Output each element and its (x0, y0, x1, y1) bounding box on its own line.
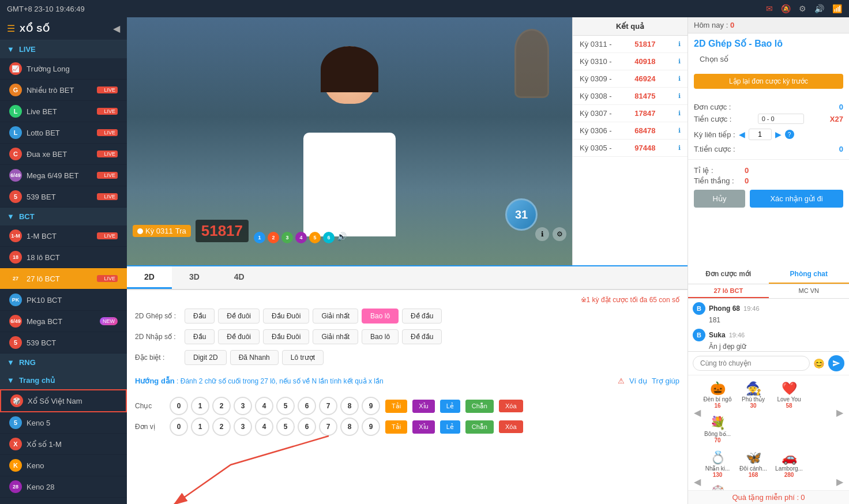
bao-lo-btn-1[interactable]: Bao lô (362, 309, 399, 324)
sidebar-section-trang-chu[interactable]: ▼ Trang chủ (0, 371, 127, 389)
sidebar-item-keno28[interactable]: 28 Keno 28 (0, 476, 127, 498)
gift-item-4[interactable]: 💍 Nhẫn ki... 130 (701, 448, 734, 480)
num-chuc-0[interactable]: 0 (170, 397, 188, 415)
de-dau-btn-2[interactable]: Đề đầu (402, 329, 442, 344)
sidebar-collapse-btn[interactable]: ◀ (113, 23, 120, 34)
settings-video-icon[interactable]: ⚙ (553, 227, 566, 241)
giai-nhat-btn-2[interactable]: Giải nhất (313, 329, 358, 344)
num-chuc-5[interactable]: 5 (276, 397, 295, 415)
gift-item-7[interactable]: 🎡 Đu quay 700 (701, 483, 734, 490)
tab-2d[interactable]: 2D (127, 266, 172, 289)
da-nhanh-btn[interactable]: Đã Nhanh (230, 350, 279, 365)
num-chuc-2[interactable]: 2 (212, 397, 231, 415)
sidebar-item-lotto-bet[interactable]: L Lotto BET LIVE (0, 122, 127, 144)
num-dv-4[interactable]: 4 (255, 418, 273, 436)
volume-control-icon[interactable]: 🔊 (337, 232, 347, 243)
gift-item-1[interactable]: 🧙 Phù thủy 30 (737, 379, 770, 411)
result-info-icon-4[interactable]: ℹ (678, 92, 681, 100)
vi-du-link[interactable]: Ví dụ (629, 377, 647, 385)
emoji-btn[interactable]: 😊 (813, 358, 825, 369)
sidebar-item-pk10-bct[interactable]: PK PK10 BCT (0, 289, 127, 311)
sidebar-section-bct[interactable]: ▼ BCT (0, 208, 127, 225)
ky-lien-tiep-input[interactable] (749, 129, 772, 140)
num-chuc-3[interactable]: 3 (234, 397, 252, 415)
sidebar-item-539-bct[interactable]: 5 539 BCT (0, 332, 127, 353)
digit-2d-btn[interactable]: Digit 2D (185, 350, 227, 365)
giai-nhat-btn-1[interactable]: Giải nhất (313, 309, 358, 324)
no-sound-icon[interactable]: 🔕 (781, 4, 791, 13)
de-duoi-btn-2[interactable]: Đề đuôi (218, 329, 260, 344)
dau-duoi-btn-1[interactable]: Đầu Đuôi (263, 309, 309, 324)
num-chuc-6[interactable]: 6 (298, 397, 316, 415)
ky-arrow-right[interactable]: ▶ (775, 130, 782, 139)
sidebar-item-dua-xe-bet[interactable]: C Đua xe BET LIVE (0, 144, 127, 165)
sidebar-item-xo-so-1m[interactable]: X Xổ số 1-M (0, 434, 127, 455)
de-dau-btn-1[interactable]: Đề đầu (402, 309, 442, 324)
num-dv-0[interactable]: 0 (170, 418, 188, 436)
xac-nhan-button[interactable]: Xác nhận gửi đi (750, 190, 843, 208)
wifi-icon[interactable]: 📶 (832, 4, 842, 13)
sidebar-item-1m-bct[interactable]: 1-M 1-M BCT LIVE (0, 225, 127, 247)
bao-lo-btn-2[interactable]: Bao lô (362, 329, 399, 344)
caution-icon[interactable]: ⚠ (618, 377, 625, 385)
tro-giup-link[interactable]: Trợ giúp (652, 377, 679, 385)
sidebar-item-nhieu-tro-bet[interactable]: G Nhiều trò BET LIVE (0, 80, 127, 101)
xiu-btn-dv[interactable]: Xỉu (412, 420, 434, 434)
num-dv-8[interactable]: 8 (340, 418, 359, 436)
num-dv-3[interactable]: 3 (234, 418, 252, 436)
tai-btn-dv[interactable]: Tải (385, 420, 407, 434)
result-info-icon-3[interactable]: ℹ (678, 75, 681, 82)
num-chuc-8[interactable]: 8 (340, 397, 359, 415)
sidebar-item-mega-649-bet[interactable]: 6/49 Mega 6/49 BET LIVE (0, 165, 127, 186)
sidebar-section-live[interactable]: ▼ LIVE (0, 40, 127, 58)
sidebar-item-keno[interactable]: K Keno (0, 455, 127, 476)
chan-btn-chuc[interactable]: Chẵn (465, 400, 494, 413)
gifts-nav-left[interactable]: ◀ (694, 407, 701, 418)
xoa-btn-dv[interactable]: Xóa (499, 420, 523, 433)
num-dv-9[interactable]: 9 (362, 418, 380, 436)
xiu-btn-chuc[interactable]: Xỉu (412, 400, 434, 413)
tien-cuoc-input[interactable] (758, 114, 804, 124)
num-chuc-9[interactable]: 9 (362, 397, 380, 415)
num-chuc-4[interactable]: 4 (255, 397, 273, 415)
sidebar-item-mega-bct[interactable]: 6/49 Mega BCT NEW (0, 311, 127, 332)
help-icon[interactable]: ? (785, 130, 794, 139)
gifts-nav-right[interactable]: ▶ (836, 407, 843, 418)
gift-item-0[interactable]: 🎃 Đèn bí ngô 16 (701, 379, 734, 411)
num-dv-7[interactable]: 7 (319, 418, 337, 436)
dau-btn-1[interactable]: Đầu (185, 309, 215, 324)
result-info-icon-7[interactable]: ℹ (678, 144, 681, 152)
huy-button[interactable]: Hủy (694, 190, 745, 208)
sidebar-item-xo-so-viet-nam[interactable]: 🎲 Xổ Số Việt Nam (0, 389, 127, 412)
tab-don-cuoc-moi[interactable]: Đơn cược mới (688, 265, 769, 284)
tab-4d[interactable]: 4D (217, 266, 262, 289)
gift-item-2[interactable]: ❤️ Love You 58 (772, 379, 806, 411)
chan-btn-dv[interactable]: Chẵn (465, 420, 494, 434)
num-chuc-1[interactable]: 1 (191, 397, 209, 415)
chat-input[interactable] (693, 356, 810, 371)
gift-item-6[interactable]: 🚗 Lamborg... 280 (772, 448, 806, 480)
num-chuc-7[interactable]: 7 (319, 397, 337, 415)
sidebar-item-keno5[interactable]: 5 Keno 5 (0, 412, 127, 434)
ky-arrow-left[interactable]: ◀ (739, 130, 745, 139)
sidebar-item-live-bet[interactable]: L Live BET LIVE (0, 101, 127, 122)
sidebar-item-18lo-bct[interactable]: 18 18 lô BCT (0, 247, 127, 268)
sidebar-item-27lo-bct[interactable]: 27 27 lô BCT LIVE (0, 268, 127, 289)
sidebar-section-rng[interactable]: ▼ RNG (0, 353, 127, 371)
gift-item-3[interactable]: 💐 Bông bố... 70 (701, 413, 734, 446)
sub-tab-27lo-bct[interactable]: 27 lô BCT (688, 284, 769, 298)
num-dv-6[interactable]: 6 (298, 418, 316, 436)
de-duoi-btn-1[interactable]: Đề đuôi (218, 309, 260, 324)
le-btn-chuc[interactable]: Lẻ (440, 400, 460, 413)
sidebar-item-539-bet[interactable]: 5 539 BET LIVE (0, 186, 127, 208)
gifts-nav-right-2[interactable]: ▶ (836, 476, 843, 487)
xoa-btn-chuc[interactable]: Xóa (499, 400, 523, 412)
info-icon[interactable]: ℹ (535, 227, 549, 241)
sub-tab-mc-vn[interactable]: MC VN (769, 284, 850, 298)
num-dv-2[interactable]: 2 (212, 418, 231, 436)
result-info-icon-5[interactable]: ℹ (678, 110, 681, 117)
tab-3d[interactable]: 3D (172, 266, 217, 289)
lo-truot-btn[interactable]: Lô trượt (282, 350, 324, 365)
result-info-icon-6[interactable]: ℹ (678, 127, 681, 134)
le-btn-dv[interactable]: Lẻ (440, 420, 460, 434)
